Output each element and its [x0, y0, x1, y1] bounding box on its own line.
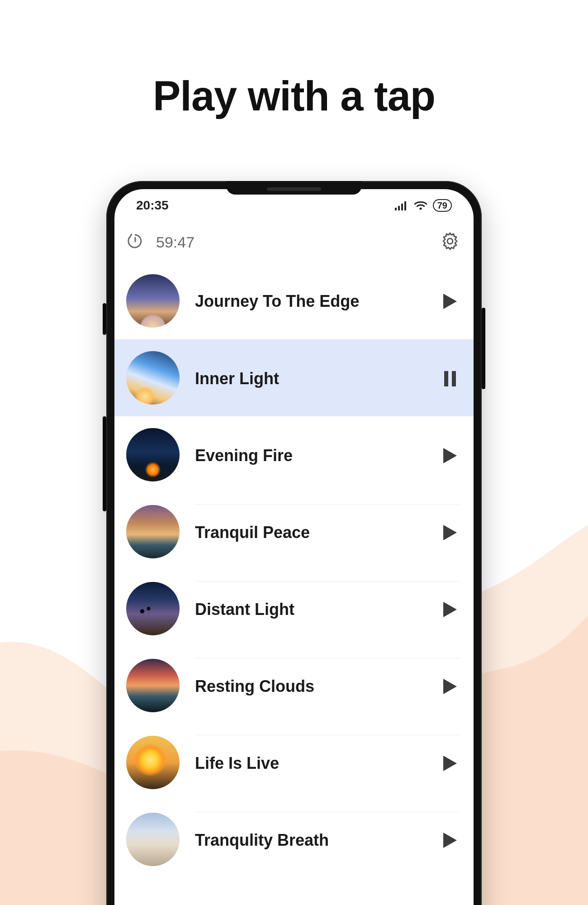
track-row[interactable]: Inner Light: [114, 339, 474, 416]
track-row[interactable]: Resting Clouds: [114, 647, 474, 724]
track-thumbnail: [126, 428, 180, 481]
track-row[interactable]: Journey To The Edge: [114, 262, 474, 339]
svg-rect-0: [395, 208, 397, 210]
svg-rect-9: [452, 371, 456, 386]
app-header: 59:47: [114, 222, 474, 262]
svg-point-6: [447, 238, 453, 244]
phone-frame: 20:35 79 59:47: [106, 181, 482, 905]
track-thumbnail: [126, 813, 180, 866]
svg-rect-8: [444, 371, 448, 386]
svg-rect-1: [398, 206, 400, 210]
status-time: 20:35: [136, 198, 169, 213]
play-icon[interactable]: [440, 830, 460, 850]
play-icon[interactable]: [440, 446, 460, 466]
play-icon[interactable]: [440, 676, 460, 696]
play-icon[interactable]: [440, 291, 460, 311]
track-title: Resting Clouds: [195, 677, 314, 696]
track-title: Life Is Live: [195, 754, 279, 773]
phone-screen: 20:35 79 59:47: [114, 189, 474, 905]
track-row[interactable]: Tranqulity Breath: [114, 801, 474, 878]
play-icon[interactable]: [440, 523, 460, 543]
wifi-icon: [414, 200, 427, 210]
track-thumbnail: [126, 659, 180, 712]
track-thumbnail: [126, 736, 180, 789]
track-title: Evening Fire: [195, 446, 293, 465]
track-thumbnail: [126, 505, 180, 558]
svg-marker-14: [443, 756, 457, 771]
track-title: Inner Light: [195, 369, 279, 388]
svg-marker-7: [443, 294, 457, 309]
svg-marker-15: [443, 833, 457, 848]
track-title: Journey To The Edge: [195, 292, 359, 311]
play-icon[interactable]: [440, 600, 460, 619]
svg-marker-10: [443, 448, 457, 463]
page-headline: Play with a tap: [0, 72, 588, 120]
track-row[interactable]: Distant Light: [114, 570, 474, 647]
pause-icon[interactable]: [440, 369, 460, 389]
svg-point-4: [419, 207, 422, 210]
track-title: Tranquil Peace: [195, 523, 310, 542]
phone-notch: [226, 181, 362, 195]
settings-icon[interactable]: [440, 231, 460, 253]
svg-rect-2: [401, 204, 403, 210]
track-list: Journey To The Edge Inner Light: [114, 262, 474, 878]
track-row[interactable]: Tranquil Peace: [114, 493, 474, 570]
track-row[interactable]: Evening Fire: [114, 416, 474, 493]
svg-marker-12: [443, 602, 457, 617]
track-thumbnail: [126, 351, 180, 405]
timer-value: 59:47: [156, 233, 194, 251]
svg-marker-13: [443, 679, 457, 694]
battery-indicator: 79: [433, 199, 452, 212]
svg-rect-3: [404, 201, 406, 210]
timer-icon[interactable]: [126, 232, 144, 252]
track-title: Tranqulity Breath: [195, 831, 329, 850]
play-icon[interactable]: [440, 753, 460, 773]
cellular-signal-icon: [395, 200, 408, 210]
track-thumbnail: [126, 582, 180, 635]
svg-marker-11: [443, 525, 457, 540]
track-thumbnail: [126, 274, 180, 328]
track-title: Distant Light: [195, 600, 294, 619]
track-row[interactable]: Life Is Live: [114, 724, 474, 801]
